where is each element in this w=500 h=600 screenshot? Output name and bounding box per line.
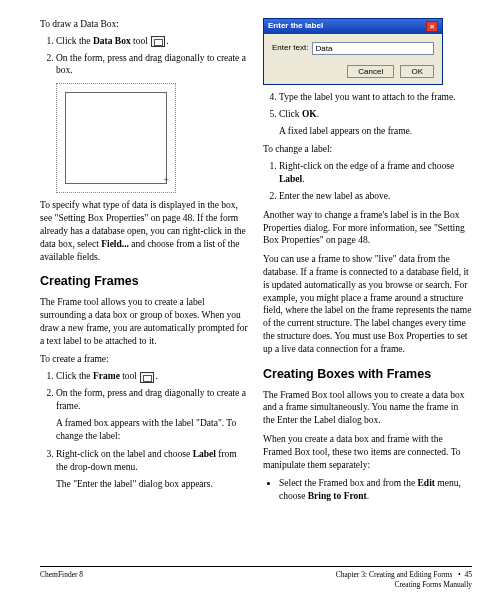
label-input[interactable] xyxy=(312,42,434,55)
box-preview: + xyxy=(56,83,176,193)
body-paragraph: The Frame tool allows you to create a la… xyxy=(40,296,249,347)
bullet-text: Select the Framed box and from the xyxy=(279,478,418,488)
step-text: tool xyxy=(131,36,151,46)
change-label-steps: Right-click on the edge of a frame and c… xyxy=(263,160,472,202)
menu-label: Label xyxy=(279,174,302,184)
list-item: Right-click on the edge of a frame and c… xyxy=(279,160,472,186)
intro-text: To create a frame: xyxy=(40,353,249,366)
step-text: Click the xyxy=(56,371,93,381)
step-text: . xyxy=(155,371,157,381)
body-paragraph: To specify what type of data is displaye… xyxy=(40,199,249,263)
list-item: Enter the new label as above. xyxy=(279,190,472,203)
separate-steps: Select the Framed box and from the Edit … xyxy=(263,477,472,503)
step-text: Click the xyxy=(56,36,93,46)
enter-label-dialog: Enter the label × Enter text: Cancel OK xyxy=(263,18,443,85)
tool-name: Data Box xyxy=(93,36,131,46)
cancel-button[interactable]: Cancel xyxy=(347,65,394,78)
body-paragraph: You can use a frame to show "live" data … xyxy=(263,253,472,356)
footer-right: Chapter 3: Creating and Editing Forms • … xyxy=(336,570,472,590)
heading-creating-frames: Creating Frames xyxy=(40,273,249,290)
dialog-input-label: Enter text: xyxy=(272,43,308,54)
databox-steps: Click the Data Box tool . On the form, p… xyxy=(40,35,249,77)
dialog-title-text: Enter the label xyxy=(268,21,323,32)
step-text: tool xyxy=(120,371,140,381)
dialog-titlebar: Enter the label × xyxy=(264,19,442,34)
menu-label: Label xyxy=(193,449,216,459)
footer-product: ChemFinder 8 xyxy=(40,570,83,590)
menu-command: Bring to Front xyxy=(308,491,367,501)
list-item: Click the Frame tool . xyxy=(56,370,249,383)
step-result: The "Enter the label" dialog box appears… xyxy=(56,478,249,491)
dialog-body: Enter text: Cancel OK xyxy=(264,34,442,84)
step-text: Click xyxy=(279,109,302,119)
cursor-crosshair-icon: + xyxy=(163,173,169,187)
page-footer: ChemFinder 8 Chapter 3: Creating and Edi… xyxy=(40,566,472,590)
bullet-text: . xyxy=(367,491,369,501)
intro-text: To draw a Data Box: xyxy=(40,18,249,31)
close-icon[interactable]: × xyxy=(426,21,438,32)
menu-name: Edit xyxy=(418,478,435,488)
list-item: Right-click on the label and choose Labe… xyxy=(56,448,249,490)
intro-text: To change a label: xyxy=(263,143,472,156)
heading-boxes-with-frames: Creating Boxes with Frames xyxy=(263,366,472,383)
tool-name: Frame xyxy=(93,371,120,381)
list-item: Click the Data Box tool . xyxy=(56,35,249,48)
list-item: Type the label you want to attach to the… xyxy=(279,91,472,104)
dialog-button-row: Cancel OK xyxy=(272,65,434,78)
step-text: Right-click on the label and choose xyxy=(56,449,193,459)
menu-label: Field... xyxy=(101,239,129,249)
page-number: 45 xyxy=(465,570,473,579)
step-text: . xyxy=(302,174,304,184)
list-item: On the form, press and drag diagonally t… xyxy=(56,52,249,78)
ok-button[interactable]: OK xyxy=(400,65,434,78)
footer-chapter: Chapter 3: Creating and Editing Forms xyxy=(336,570,453,579)
step-result: A fixed label appears on the frame. xyxy=(279,125,472,138)
left-column: To draw a Data Box: Click the Data Box t… xyxy=(40,18,249,509)
body-paragraph: When you create a data box and frame wit… xyxy=(263,433,472,471)
page-columns: To draw a Data Box: Click the Data Box t… xyxy=(40,18,472,509)
footer-section: Creating Forms Manually xyxy=(336,580,472,590)
body-paragraph: Another way to change a frame's label is… xyxy=(263,209,472,247)
step-text: . xyxy=(317,109,319,119)
list-item: On the form, press and drag diagonally t… xyxy=(56,387,249,442)
frame-steps: Click the Frame tool . On the form, pres… xyxy=(40,370,249,491)
body-paragraph: The Framed Box tool allows you to create… xyxy=(263,389,472,427)
list-item: Click OK. A fixed label appears on the f… xyxy=(279,108,472,138)
step-text: On the form, press and drag diagonally t… xyxy=(56,388,246,411)
step-text: Right-click on the edge of a frame and c… xyxy=(279,161,454,171)
right-column: Enter the label × Enter text: Cancel OK … xyxy=(263,18,472,509)
step-text: . xyxy=(166,36,168,46)
button-name: OK xyxy=(302,109,317,119)
list-item: Select the Framed box and from the Edit … xyxy=(279,477,472,503)
databox-tool-icon xyxy=(151,36,165,47)
frame-tool-icon xyxy=(140,372,154,383)
dialog-input-row: Enter text: xyxy=(272,42,434,55)
frame-steps-cont: Type the label you want to attach to the… xyxy=(263,91,472,137)
step-result: A framed box appears with the label "Dat… xyxy=(56,417,249,443)
